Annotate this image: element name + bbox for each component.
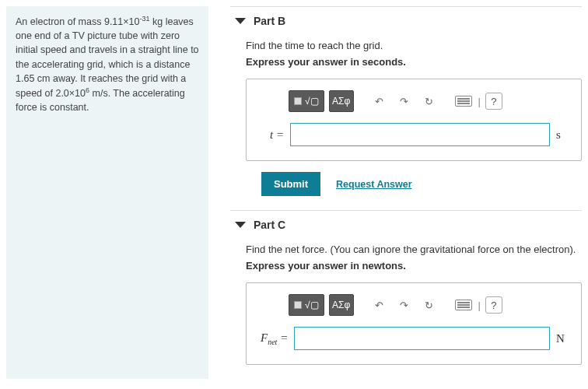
part-c-toolbar: √▢ ΑΣφ ↶ ↷ ↻ | ? xyxy=(289,294,567,316)
part-c-header[interactable]: Part C xyxy=(230,219,582,231)
caret-down-icon xyxy=(235,18,246,24)
caret-down-icon xyxy=(235,222,246,228)
request-answer-link[interactable]: Request Answer xyxy=(336,179,411,190)
part-b-answer-input[interactable] xyxy=(290,123,550,146)
part-b-unit: s xyxy=(556,128,567,142)
part-c-title: Part C xyxy=(254,219,285,231)
part-c-answer-input[interactable] xyxy=(294,327,550,350)
redo-icon[interactable]: ↷ xyxy=(394,295,415,315)
toolbar-sep: | xyxy=(478,300,481,311)
undo-icon[interactable]: ↶ xyxy=(369,91,390,111)
toolbar-sep: | xyxy=(478,96,481,107)
reset-icon[interactable]: ↻ xyxy=(419,295,439,315)
templates-button[interactable]: √▢ xyxy=(289,90,324,112)
part-c-prompt: Find the net force. (You can ignore the … xyxy=(246,244,582,255)
part-b: Part B Find the time to reach the grid. … xyxy=(230,6,582,196)
keyboard-icon[interactable] xyxy=(453,295,474,315)
problem-statement: An electron of mass 9.11×10-31 kg leaves… xyxy=(6,6,208,379)
redo-icon[interactable]: ↷ xyxy=(394,91,415,111)
reset-icon[interactable]: ↻ xyxy=(419,91,439,111)
part-c-variable: Fnet = xyxy=(261,331,288,346)
greek-button[interactable]: ΑΣφ xyxy=(329,294,354,316)
undo-icon[interactable]: ↶ xyxy=(369,295,390,315)
help-icon[interactable]: ? xyxy=(485,93,502,110)
part-c-instruction: Express your answer in newtons. xyxy=(246,260,582,272)
keyboard-icon[interactable] xyxy=(453,91,474,111)
templates-button[interactable]: √▢ xyxy=(289,294,324,316)
part-b-answer-box: √▢ ΑΣφ ↶ ↷ ↻ | ? t = s xyxy=(246,79,582,161)
submit-button[interactable]: Submit xyxy=(261,172,320,196)
part-c-answer-box: √▢ ΑΣφ ↶ ↷ ↻ | ? Fnet = N xyxy=(246,282,582,365)
part-b-toolbar: √▢ ΑΣφ ↶ ↷ ↻ | ? xyxy=(289,90,567,112)
main-content: Part B Find the time to reach the grid. … xyxy=(224,6,582,379)
part-b-instruction: Express your answer in seconds. xyxy=(246,56,582,68)
part-b-header[interactable]: Part B xyxy=(230,15,582,27)
part-b-title: Part B xyxy=(254,15,285,27)
part-c-unit: N xyxy=(556,332,567,345)
greek-button[interactable]: ΑΣφ xyxy=(329,90,354,112)
part-b-prompt: Find the time to reach the grid. xyxy=(246,40,582,51)
help-icon[interactable]: ? xyxy=(485,296,502,314)
part-b-variable: t = xyxy=(261,128,284,142)
part-c: Part C Find the net force. (You can igno… xyxy=(230,210,582,365)
